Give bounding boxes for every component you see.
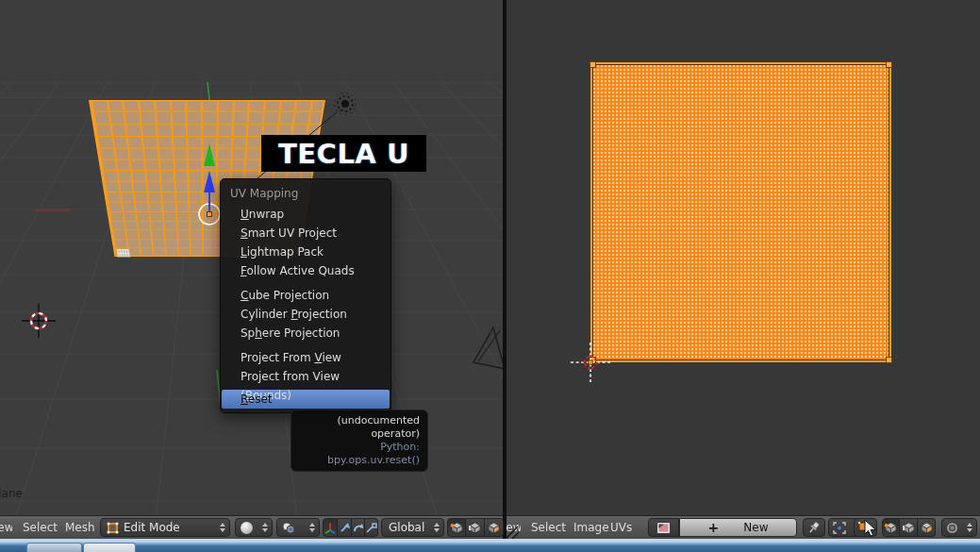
manipulator-toggle-button[interactable] [323,518,338,537]
cursor-3d-icon [22,304,56,338]
image-icon [656,522,671,534]
menu-item-follow-active-quads[interactable]: Follow Active Quads [221,261,390,280]
edge-select-mode-button[interactable] [466,518,485,537]
menu-item-project-from-view[interactable]: Project From View [221,348,390,367]
3d-viewport[interactable]: TECLA U UV Mapping Unwrap Smart UV Proje… [0,0,503,515]
median-point [208,212,212,217]
mode-label: Edit Mode [124,521,180,534]
vertex-select-icon [450,521,464,534]
os-taskbar [0,539,980,552]
uv-image-editor[interactable] [507,0,980,515]
y-arrow-head [204,143,215,166]
taskbar-window-button[interactable] [83,543,136,552]
pin-icon [807,521,821,534]
menu-item-unwrap[interactable]: Unwrap [221,205,390,224]
new-image-label: New [743,521,768,534]
face-select-mode-button[interactable] [485,518,504,537]
menu-item-cylinder-projection[interactable]: Cylinder Projection [221,305,390,324]
menu-item-cube-projection[interactable]: Cube Projection [221,286,390,305]
pivot-dropdown[interactable] [276,518,320,537]
editor-divider[interactable] [503,0,507,539]
blender-window: TECLA U UV Mapping Unwrap Smart UV Proje… [0,0,980,552]
menu-item-lightmap-pack[interactable]: Lightmap Pack [221,243,390,261]
menu-title: UV Mapping [221,184,390,205]
translate-manipulator-button[interactable] [338,518,352,537]
taskbar-window-button[interactable] [26,543,82,552]
uv-editor-header: View Select Image UVs + New [507,515,980,539]
pin-button[interactable] [803,518,825,537]
lamp-icon [335,93,357,115]
z-arrow-head [204,171,215,192]
tooltip-line2: Python: bpy.ops.uv.reset() [299,441,420,467]
cursor-2d-icon [571,343,610,382]
browse-image-button[interactable] [648,518,679,537]
menu-uvs[interactable]: UVs [610,516,632,540]
menu-item-smart-uv-project[interactable]: Smart UV Project [221,224,390,243]
uv-face-select-button[interactable] [918,518,936,537]
menu-select[interactable]: Select [531,516,566,540]
menu-item-project-from-view-bounds[interactable]: Project from View (Bounds) [221,367,390,386]
manipulator-axes-icon [324,521,337,534]
edge-select-icon [902,521,916,534]
uv-edge-select-button[interactable] [900,518,918,537]
menu-item-reset[interactable]: Reset [222,390,390,409]
vertex-select-icon [884,521,898,534]
menu-select[interactable]: Select [23,516,58,540]
transform-manipulator [199,143,220,225]
viewport-shading-dropdown[interactable] [235,518,273,537]
sticky-select-icon [833,522,846,534]
pivot-icon [281,521,296,535]
3d-view-header: View Select Mesh Edit Mode [0,515,503,539]
vertex-select-mode-button[interactable] [447,518,466,537]
orientation-dropdown[interactable]: Global [381,518,444,537]
mouse-cursor [864,520,881,539]
proportional-edit-icon [946,522,958,534]
orientation-label: Global [389,521,424,534]
proportional-edit-dropdown[interactable] [941,518,977,537]
caption-overlay: TECLA U [261,135,426,172]
scale-icon [365,522,377,534]
menu-mesh[interactable]: Mesh [65,516,95,540]
menu-item-sphere-projection[interactable]: Sphere Projection [221,324,390,343]
edge-select-icon [468,521,482,534]
plus-icon: + [708,520,720,535]
viewport-shading-icon [241,522,253,534]
uv-vertex-select-button[interactable] [882,518,900,537]
tooltip-line1: (undocumented operator) [299,414,420,441]
scale-manipulator-button[interactable] [365,518,378,537]
face-select-icon [920,521,934,534]
menu-view[interactable]: View [0,516,12,540]
menu-image[interactable]: Image [573,516,609,540]
resize-grip-icon[interactable] [507,525,519,539]
mode-dropdown[interactable]: Edit Mode [100,518,230,537]
editmode-icon [106,521,120,535]
uv-mapping-menu: UV Mapping Unwrap Smart UV Project Light… [220,178,391,413]
new-image-button[interactable]: + New [679,518,797,537]
uv-overlays [507,0,980,515]
camera-icon [473,327,503,369]
rotate-icon [352,522,364,534]
object-name-label: Plane [0,482,32,506]
operator-tooltip: (undocumented operator) Python: bpy.ops.… [291,410,428,472]
rotate-manipulator-button[interactable] [352,518,365,537]
translate-icon [339,522,351,534]
face-select-icon [487,521,501,534]
